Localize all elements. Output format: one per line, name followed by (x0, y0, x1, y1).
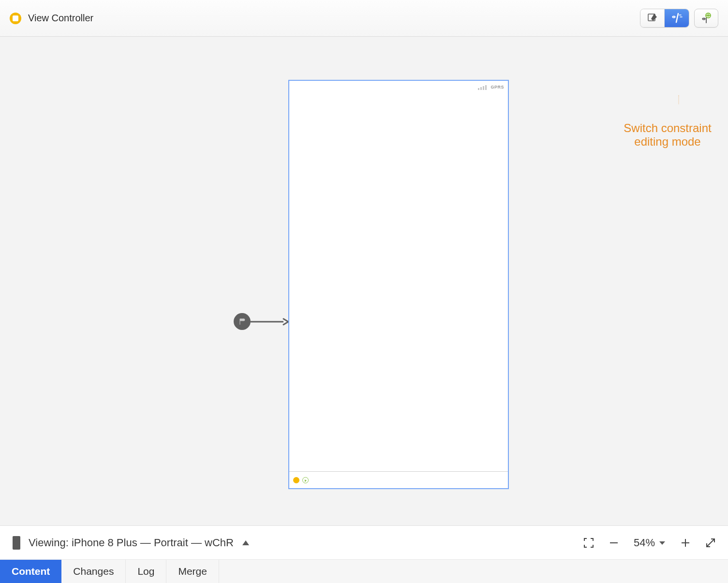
fullscreen-icon[interactable] (583, 538, 594, 548)
network-label: GPRS (490, 85, 504, 90)
scene-dock-view-controller-icon[interactable] (293, 477, 299, 483)
phone-preview[interactable]: GPRS (288, 80, 509, 489)
initial-view-controller-indicator[interactable] (234, 313, 289, 330)
view-controller-icon (10, 13, 21, 24)
tab-changes[interactable]: Changes (61, 560, 126, 583)
header-right (640, 9, 718, 28)
chevron-down-icon (659, 539, 666, 546)
tab-log[interactable]: Log (126, 560, 166, 583)
scene-dock-exit-icon[interactable] (302, 477, 309, 483)
tab-content[interactable]: Content (0, 560, 61, 583)
zoom-display[interactable]: 54% (634, 537, 666, 549)
canvas-area[interactable]: GPRS Switch constraint editing mode (0, 37, 728, 525)
signal-icon (478, 84, 488, 90)
device-icon (12, 536, 21, 550)
arrow-right-icon (251, 317, 289, 327)
bottom-left: Viewing: iPhone 8 Plus — Portrait — wChR (12, 536, 250, 550)
page-title: View Controller (28, 13, 93, 24)
svg-rect-4 (480, 87, 482, 90)
expand-icon[interactable] (705, 538, 716, 548)
annotation-arrow-icon (678, 78, 679, 121)
svg-rect-3 (478, 88, 479, 90)
toolbar-segmented (640, 9, 689, 28)
flag-icon (234, 313, 251, 330)
tab-bar: Content Changes Log Merge (0, 559, 728, 583)
bottom-info[interactable]: Viewing: iPhone 8 Plus — Portrait — wChR (29, 537, 234, 549)
triangle-up-icon[interactable] (241, 538, 250, 547)
header: View Controller (0, 0, 728, 37)
svg-rect-5 (483, 86, 484, 90)
zoom-out-button[interactable] (609, 538, 619, 548)
tab-merge[interactable]: Merge (166, 560, 219, 583)
svg-rect-8 (13, 536, 20, 550)
bottom-toolbar: Viewing: iPhone 8 Plus — Portrait — wChR… (0, 525, 728, 559)
zoom-in-button[interactable] (680, 538, 691, 548)
scene-dock[interactable] (289, 471, 508, 488)
annotation-text: Switch constraint editing mode (612, 121, 723, 149)
svg-rect-6 (485, 85, 487, 90)
pencil-edit-button[interactable] (640, 9, 665, 27)
header-left: View Controller (10, 13, 93, 24)
constraint-edit-button[interactable] (665, 9, 689, 27)
bottom-right: 54% (583, 537, 716, 549)
toggle-mode-button[interactable] (694, 9, 718, 28)
status-bar: GPRS (289, 81, 508, 93)
